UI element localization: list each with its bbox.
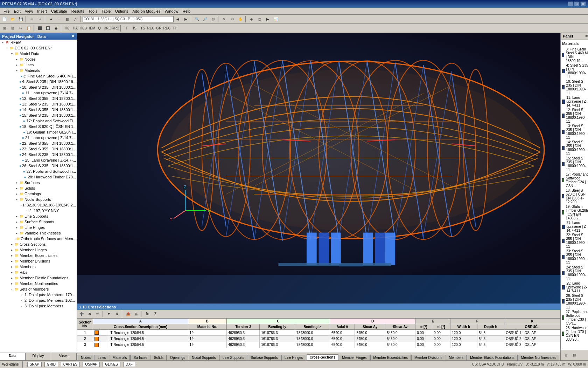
tree-item-28[interactable]: ▾📁Nodal Supports xyxy=(0,197,77,202)
member-btn[interactable]: ╱ xyxy=(71,15,79,23)
zoom-in-btn[interactable]: 🔍 xyxy=(193,15,201,23)
surface-btn[interactable]: ▦ xyxy=(63,15,71,23)
t2-btn10[interactable]: HEB xyxy=(79,25,87,32)
tree-item-22[interactable]: ■26: Steel S 235 | DIN 18800:1... xyxy=(0,163,77,169)
bottom-tab-member-elastic-foundations[interactable]: Member Elastic Foundations xyxy=(467,355,518,360)
viewport-3d[interactable]: X Z Y xyxy=(77,33,560,304)
load-combo-input[interactable] xyxy=(83,16,174,22)
t2-btn4[interactable]: 📋 xyxy=(25,25,33,32)
t2-btn5[interactable]: ⬛ xyxy=(36,25,44,32)
tree-item-47[interactable]: ▪3: Dolní pás: Members... xyxy=(0,303,77,309)
tree-item-44[interactable]: ▾📁Sets of Members xyxy=(0,286,77,292)
new-btn[interactable]: 📄 xyxy=(1,15,8,23)
bottom-tab-line-hinges[interactable]: Line Hinges xyxy=(281,355,306,360)
tree-item-15[interactable]: ■18: Steel S 620 Q | ČSN EN 1... xyxy=(0,124,77,129)
t2-btn2[interactable]: ⊟ xyxy=(9,25,16,32)
menu-item-calculate[interactable]: Calculate xyxy=(49,8,69,14)
tree-item-23[interactable]: ■27: Poplar and Softwood Ti... xyxy=(0,169,77,174)
tree-item-16[interactable]: ■19: Glulam Timber GL28h |... xyxy=(0,129,77,135)
tree-item-34[interactable]: ▸📁Variable Thicknesses xyxy=(0,230,77,236)
menu-item-file[interactable]: File xyxy=(1,8,12,14)
tree-item-45[interactable]: ▪1: Dolní pás: Members: 170... xyxy=(0,292,77,298)
tree-item-4[interactable]: ▸📁Lines xyxy=(0,62,77,68)
tree-item-43[interactable]: ▸📁Member Nonlinearities xyxy=(0,281,77,286)
tree-item-3[interactable]: ▸📁Nodes xyxy=(0,56,77,62)
bottom-tab-openings[interactable]: Openings xyxy=(167,355,188,360)
t2-btn1[interactable]: ⊞ xyxy=(1,25,8,32)
t2-btn11[interactable]: HEM xyxy=(88,25,95,32)
t2-btn16[interactable]: IS xyxy=(131,25,139,32)
bottom-tab-member-hinges[interactable]: Member Hinges xyxy=(339,355,370,360)
tree-item-17[interactable]: ■21: Lano upravene | Z-14.7-... xyxy=(0,135,77,141)
tree-item-7[interactable]: ■4: Steel S 235 | DIN 18800:19... xyxy=(0,79,77,84)
table-row-1[interactable]: 2 T-Rectangle 120/54.5 19 4628950.3 1618… xyxy=(77,336,560,342)
tree-item-20[interactable]: ■24: Steel S 235 | DIN 18800:1... xyxy=(0,152,77,157)
tree-item-33[interactable]: ▸📁Line Hinges xyxy=(0,225,77,230)
render-btn[interactable]: ◈ xyxy=(248,15,255,23)
select-btn[interactable]: ↖ xyxy=(220,15,228,23)
bottom-tab-materials[interactable]: Materials xyxy=(110,355,130,360)
t2-btn7[interactable]: ◉ xyxy=(52,25,60,32)
prev-load-btn[interactable]: ◀ xyxy=(174,15,182,23)
tree-item-37[interactable]: ▸📁Member Hinges xyxy=(0,247,77,253)
tree-item-5[interactable]: ▾📁Materials xyxy=(0,68,77,73)
maximize-btn[interactable]: □ xyxy=(574,1,580,6)
menu-item-window[interactable]: Window xyxy=(162,8,180,14)
table-fx-btn[interactable]: fx xyxy=(144,310,151,318)
tree-item-26[interactable]: ▸📁Solids xyxy=(0,185,77,191)
table-row-0[interactable]: 1 T-Rectangle 120/54.5 19 4628950.3 1618… xyxy=(77,330,560,336)
tree-item-0[interactable]: ▾RRFEM xyxy=(0,40,77,45)
menu-item-tools[interactable]: Tools xyxy=(86,8,99,14)
grid-btn[interactable]: GRID xyxy=(44,362,58,367)
nav-tab-display[interactable]: Display xyxy=(26,353,51,360)
nav-tree[interactable]: ▾RRFEM▾📁DOX 02_00 CSN EN*▾📁Model Data▸📁N… xyxy=(0,40,77,353)
tree-item-39[interactable]: ▸📁Member Divisions xyxy=(0,258,77,264)
save-btn[interactable]: 💾 xyxy=(17,15,24,23)
table-row-2[interactable]: 3 T-Rectangle 120/54.5 19 4628950.3 1618… xyxy=(77,342,560,348)
tree-item-42[interactable]: ▸📁Member Elastic Foundations xyxy=(0,275,77,281)
osnap-btn[interactable]: OSNAP xyxy=(83,362,100,367)
rotate-btn[interactable]: ↻ xyxy=(229,15,236,23)
menu-item-options[interactable]: Options xyxy=(113,8,130,14)
snap-btn[interactable]: SNAP xyxy=(27,362,42,367)
menu-item-view[interactable]: View xyxy=(23,8,35,14)
result-btn[interactable]: 📊 xyxy=(272,15,280,23)
table-export-btn[interactable]: 📤 xyxy=(124,310,132,318)
t2-btn17[interactable]: TS xyxy=(139,25,147,32)
tree-item-32[interactable]: ▸📁Surface Supports xyxy=(0,219,77,225)
cartes-btn[interactable]: CARTES xyxy=(61,362,80,367)
bottom-tab-members[interactable]: Members xyxy=(446,355,467,360)
t2-btn3[interactable]: ✂ xyxy=(17,25,24,32)
tree-item-2[interactable]: ▾📁Model Data xyxy=(0,51,77,56)
tree-item-11[interactable]: ■13: Steel S 235 | DIN 18800:1... xyxy=(0,101,77,107)
fit-btn[interactable]: ⊡ xyxy=(209,15,217,23)
bottom-tab-solids[interactable]: Solids xyxy=(151,355,167,360)
wire-btn[interactable]: ◻ xyxy=(256,15,264,23)
tree-item-14[interactable]: ■17: Poplar and Softwood Ti... xyxy=(0,118,77,124)
table-filter-btn[interactable]: ▼ xyxy=(105,310,113,318)
t2-btn9[interactable]: HA xyxy=(71,25,79,32)
tree-item-36[interactable]: ▸📁Cross-Sections xyxy=(0,241,77,247)
table-add-btn[interactable]: ➕ xyxy=(78,310,85,318)
tree-item-10[interactable]: ■12: Steel S 355 | DIN 18800:1... xyxy=(0,96,77,101)
t2-btn13[interactable]: RRO xyxy=(104,25,111,32)
tree-item-30[interactable]: ▪2: 197; YYY NNY xyxy=(0,208,77,213)
zoom-out-btn[interactable]: 🔎 xyxy=(201,15,209,23)
t2-btn19[interactable]: GR xyxy=(155,25,163,32)
t2-btn20[interactable]: REC xyxy=(163,25,171,32)
menu-item-insert[interactable]: Insert xyxy=(35,8,49,14)
menu-item-edit[interactable]: Edit xyxy=(12,8,23,14)
undo-btn[interactable]: ↩ xyxy=(28,15,36,23)
glines-btn[interactable]: GLINES xyxy=(103,362,120,367)
table-sigma-btn[interactable]: Σ xyxy=(152,310,159,318)
bottom-tab-cross-sections[interactable]: Cross-Sections xyxy=(307,354,338,360)
bottom-tab-lines[interactable]: Lines xyxy=(94,355,109,360)
tree-item-40[interactable]: ▸📁Members xyxy=(0,264,77,270)
next-load-btn[interactable]: ▶ xyxy=(182,15,190,23)
dxf-btn[interactable]: DXF xyxy=(123,362,135,367)
t2-btn14[interactable]: RRD xyxy=(112,25,119,32)
nav-tab-views[interactable]: Views xyxy=(51,353,77,360)
nav-close-btn[interactable]: ✕ xyxy=(71,34,75,39)
minimize-btn[interactable]: − xyxy=(568,1,573,6)
panel-close-btn[interactable]: ✕ xyxy=(585,34,588,39)
